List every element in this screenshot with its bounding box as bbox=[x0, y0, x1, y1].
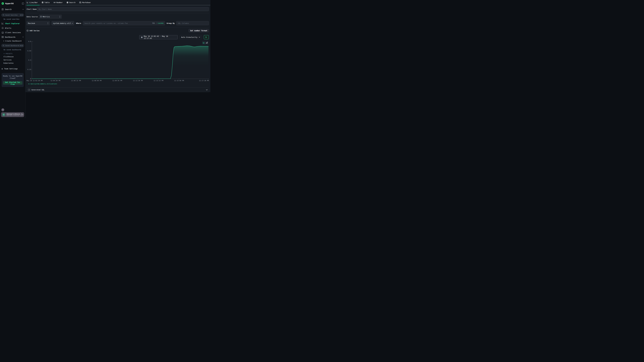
data-source-label: Data Source bbox=[26, 16, 39, 18]
markdown-icon: M↓ bbox=[79, 2, 81, 3]
hyperdx-logo-icon bbox=[1, 2, 4, 5]
chart-area: 0 0.15 0.3 0.45 0.6 May 16 12:02:30 PM 1… bbox=[26, 40, 209, 85]
brand-name: HyperDX bbox=[5, 2, 14, 4]
chart-controls-row: May 16 12:02:43 - May 16 12:17:43 Auto G… bbox=[26, 35, 209, 39]
table-icon bbox=[42, 1, 44, 3]
preset-kubernetes[interactable]: Kubernetes bbox=[4, 61, 25, 65]
sidebar-collapse-icon[interactable] bbox=[22, 2, 24, 4]
saved-dashboards-field[interactable] bbox=[5, 45, 20, 46]
granularity-select[interactable]: Auto Granularity bbox=[180, 35, 202, 39]
y-tick-label: 0.3 bbox=[26, 59, 31, 61]
calendar-icon bbox=[141, 36, 142, 38]
sidebar-item-search[interactable]: Search bbox=[0, 7, 25, 12]
content-background bbox=[26, 92, 210, 118]
chart-svg bbox=[26, 40, 209, 79]
number-123-icon: 123 bbox=[54, 2, 56, 3]
user-team: demos@clickhouse.com's bbox=[6, 115, 22, 116]
journal-icon bbox=[2, 8, 4, 10]
updown-chevrons-icon bbox=[59, 16, 60, 17]
chevron-up-icon bbox=[22, 9, 24, 10]
nav-label: Dashboards bbox=[5, 36, 16, 38]
database-icon bbox=[40, 16, 42, 17]
x-tick-label: 12:09:45 PM bbox=[112, 80, 122, 81]
brand-row: HyperDX bbox=[0, 0, 25, 7]
date-range-value: May 16 12:02:43 - May 16 12:17:43 bbox=[144, 35, 176, 39]
bar-chart-toggle-icon[interactable] bbox=[206, 42, 208, 43]
query-language-toggle: SQL | Lucene bbox=[152, 21, 164, 25]
saved-searches-field[interactable] bbox=[5, 14, 20, 16]
chevron-down-icon bbox=[4, 53, 5, 54]
chart-legend: max(system.memory.utilization) bbox=[28, 83, 209, 85]
gear-icon: ⚙ bbox=[2, 68, 3, 70]
nav-label: Team Settings bbox=[4, 68, 18, 70]
updown-chevrons-icon bbox=[47, 22, 48, 24]
sidebar-item-team-settings[interactable]: ⚙ Team Settings bbox=[0, 66, 25, 71]
close-icon[interactable]: × bbox=[72, 22, 73, 24]
saved-dashboards-input[interactable]: ⌘ K bbox=[1, 44, 24, 47]
sidebar-divider bbox=[0, 12, 25, 12]
series-area bbox=[32, 46, 208, 79]
sidebar-item-dashboards[interactable]: Dashboards bbox=[0, 35, 25, 39]
no-saved-searches-text: No saved searches bbox=[4, 18, 25, 20]
line-chart-toggle-icon[interactable] bbox=[203, 42, 205, 44]
series-row: Maximum system.memory.utiliza × Where SQ… bbox=[26, 21, 209, 25]
x-tick-label: 12:06:15 PM bbox=[71, 80, 81, 81]
sidebar-spacer bbox=[0, 87, 25, 108]
y-tick-label: 0.45 bbox=[26, 50, 31, 52]
chevron-up-icon bbox=[22, 37, 24, 37]
sidebar-search-label: Search bbox=[5, 8, 12, 10]
tab-line-bar[interactable]: Line/Bar bbox=[27, 1, 38, 3]
data-source-select[interactable]: Metrics bbox=[39, 15, 62, 18]
nav-label: Alerts bbox=[5, 27, 11, 29]
sidebar-item-alerts[interactable]: Alerts bbox=[0, 26, 25, 30]
chart-name-input[interactable] bbox=[37, 7, 209, 11]
tab-label: Table bbox=[44, 1, 50, 3]
sidebar-item-client-sessions[interactable]: Client Sessions bbox=[0, 30, 25, 35]
user-info: demos@clickhouse.com demos@clickhouse.co… bbox=[6, 113, 22, 116]
metric-field-chip[interactable]: system.memory.utiliza × bbox=[52, 21, 74, 25]
get-started-button[interactable]: Get Started for Free bbox=[3, 81, 22, 85]
group-by-label: Group By bbox=[167, 22, 175, 24]
sql-toggle[interactable]: SQL bbox=[152, 22, 155, 24]
tab-table[interactable]: Table bbox=[42, 1, 50, 3]
date-range-picker[interactable]: May 16 12:02:43 - May 16 12:17:43 bbox=[139, 35, 178, 39]
document-list-icon bbox=[67, 1, 68, 3]
presets-label: PRESETS bbox=[6, 53, 12, 54]
play-icon bbox=[206, 36, 207, 38]
presets-toggle[interactable]: PRESETS bbox=[4, 53, 25, 54]
lucene-toggle[interactable]: Lucene bbox=[158, 22, 164, 24]
where-search-box: SQL | Lucene bbox=[83, 21, 165, 25]
tab-bar: Line/Bar Table 123 Number Search bbox=[26, 0, 210, 5]
promo-line1: Ready to use HyperDX bbox=[3, 75, 22, 77]
create-dashboard-button[interactable]: + Create Dashboard bbox=[3, 40, 25, 42]
x-tick-label: May 16 12:02:30 PM bbox=[26, 80, 42, 81]
sidebar: HyperDX Search ⌘ K No saved searches bbox=[0, 0, 26, 118]
chart-name-row: Chart Name bbox=[26, 7, 209, 11]
tab-markdown[interactable]: M↓ Markdown bbox=[79, 1, 90, 3]
help-button[interactable]: ? bbox=[1, 108, 4, 111]
chart-line-icon bbox=[2, 22, 4, 24]
tab-number[interactable]: 123 Number bbox=[54, 1, 63, 3]
sidebar-item-chart-explorer[interactable]: Chart Explorer bbox=[0, 21, 25, 26]
chevron-down-icon bbox=[206, 89, 208, 90]
plus-circle-icon bbox=[26, 30, 28, 32]
preset-clickhouse[interactable]: Clickhouse bbox=[4, 55, 25, 58]
nav-label: Chart Explorer bbox=[5, 22, 20, 24]
shortcut-badge: ⌘ K bbox=[20, 14, 23, 16]
aggregation-select[interactable]: Maximum bbox=[26, 21, 50, 25]
add-series-button[interactable]: Add Series bbox=[26, 30, 40, 32]
x-tick-label: 12:11:30 PM bbox=[133, 80, 143, 81]
preset-services[interactable]: Services bbox=[4, 58, 25, 61]
saved-searches-input[interactable]: ⌘ K bbox=[1, 13, 24, 17]
run-query-button[interactable] bbox=[204, 35, 209, 39]
tab-underline-active bbox=[27, 5, 40, 5]
group-by-input[interactable] bbox=[176, 21, 209, 25]
generated-sql-toggle[interactable]: <> Generated SQL bbox=[26, 87, 209, 92]
tab-search[interactable]: Search bbox=[67, 1, 76, 3]
set-number-format-button[interactable]: Set number format bbox=[189, 29, 209, 32]
tab-label: Line/Bar bbox=[30, 1, 38, 3]
user-menu[interactable]: D demos@clickhouse.com demos@clickhouse.… bbox=[1, 112, 24, 117]
chart-plot[interactable]: 0 0.15 0.3 0.45 0.6 bbox=[26, 40, 209, 79]
chart-name-label: Chart Name bbox=[26, 8, 37, 10]
cloud-promo-card: Ready to use HyperDX Cloud? Get Started … bbox=[2, 73, 24, 87]
